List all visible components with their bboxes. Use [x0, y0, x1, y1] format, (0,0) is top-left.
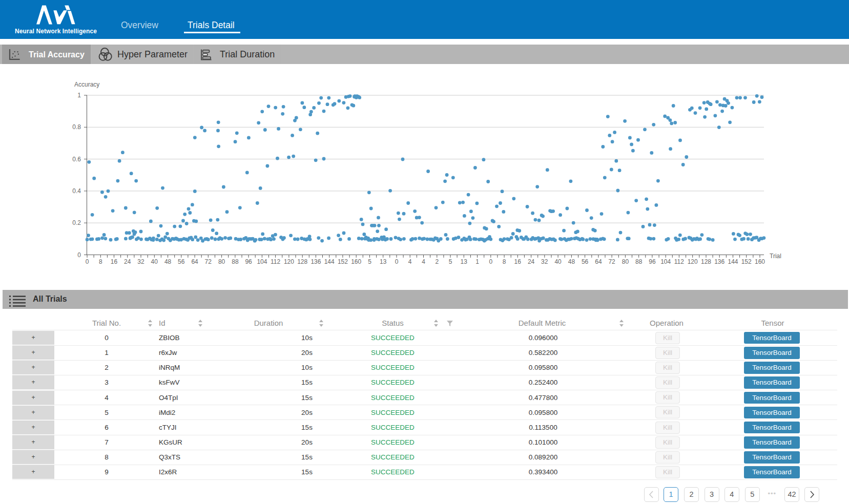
svg-text:112: 112	[674, 258, 684, 265]
svg-text:0: 0	[77, 251, 81, 259]
svg-text:4: 4	[422, 258, 425, 265]
svg-text:40: 40	[151, 258, 158, 265]
svg-text:112: 112	[271, 258, 280, 265]
svg-text:5: 5	[449, 258, 452, 265]
svg-text:1: 1	[475, 258, 479, 265]
svg-text:5: 5	[368, 258, 371, 265]
svg-text:32: 32	[541, 258, 548, 265]
svg-text:88: 88	[232, 258, 239, 265]
svg-text:120: 120	[688, 258, 698, 265]
svg-text:104: 104	[257, 258, 267, 265]
svg-text:72: 72	[205, 258, 212, 265]
svg-text:13: 13	[380, 258, 387, 265]
svg-text:64: 64	[595, 258, 602, 265]
svg-text:2: 2	[435, 258, 439, 265]
svg-text:160: 160	[755, 258, 765, 265]
svg-text:128: 128	[701, 258, 711, 265]
svg-text:72: 72	[608, 258, 615, 265]
svg-text:0: 0	[489, 258, 492, 265]
svg-text:8: 8	[503, 258, 506, 265]
svg-text:48: 48	[164, 258, 172, 265]
svg-text:16: 16	[514, 258, 522, 265]
svg-text:128: 128	[297, 258, 307, 265]
svg-text:24: 24	[124, 258, 131, 265]
svg-text:96: 96	[649, 258, 656, 265]
svg-text:0: 0	[395, 258, 399, 265]
svg-text:24: 24	[528, 258, 535, 265]
svg-text:136: 136	[310, 258, 321, 265]
svg-text:1: 1	[77, 92, 81, 99]
svg-text:Trial: Trial	[770, 253, 781, 260]
svg-text:144: 144	[324, 258, 335, 265]
svg-text:88: 88	[635, 258, 643, 265]
svg-text:152: 152	[741, 258, 752, 265]
svg-text:48: 48	[568, 258, 575, 265]
svg-text:160: 160	[351, 258, 361, 265]
svg-text:40: 40	[554, 258, 562, 265]
svg-text:144: 144	[728, 258, 738, 265]
svg-text:0.4: 0.4	[72, 187, 81, 195]
svg-text:13: 13	[461, 258, 468, 265]
svg-text:152: 152	[338, 258, 348, 265]
svg-text:64: 64	[191, 258, 198, 265]
svg-text:16: 16	[111, 258, 118, 265]
svg-text:56: 56	[582, 258, 589, 265]
svg-text:0.6: 0.6	[72, 156, 81, 163]
svg-text:0: 0	[86, 258, 89, 265]
svg-text:96: 96	[245, 258, 252, 265]
svg-text:136: 136	[714, 258, 724, 265]
svg-text:Accuracy: Accuracy	[74, 81, 99, 88]
svg-text:80: 80	[622, 258, 629, 265]
svg-text:56: 56	[178, 258, 185, 265]
svg-text:4: 4	[408, 258, 412, 265]
svg-text:32: 32	[137, 258, 144, 265]
svg-text:80: 80	[218, 258, 225, 265]
svg-text:0.8: 0.8	[72, 123, 81, 131]
svg-text:0.2: 0.2	[72, 219, 81, 226]
svg-text:104: 104	[660, 258, 671, 265]
svg-text:120: 120	[284, 258, 294, 265]
svg-text:8: 8	[99, 258, 102, 265]
